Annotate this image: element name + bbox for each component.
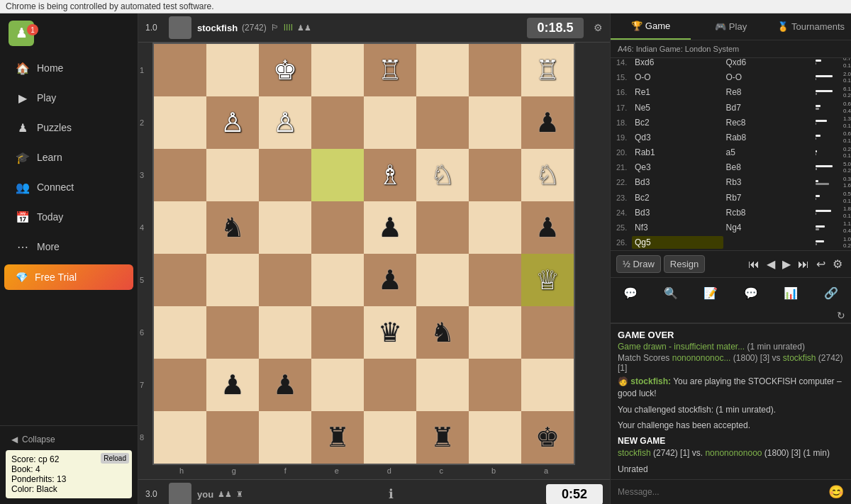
cell-c5[interactable] [259,201,311,254]
cell-d2[interactable] [311,359,364,411]
sidebar-item-play[interactable]: ▶ Play [4,84,133,112]
cell-h1[interactable]: ♚ [521,411,574,464]
cell-g7[interactable] [469,96,521,149]
cell-a6[interactable] [154,149,206,201]
cell-c8[interactable]: ♚ [259,44,311,96]
sidebar-item-connect[interactable]: 👥 Connect [4,173,133,201]
resign-button[interactable]: Resign [664,255,705,273]
chat-icon-button[interactable]: 💬 [611,281,651,306]
chart-icon-button[interactable]: 📊 [771,281,811,306]
move-black[interactable]: Rb3 [723,176,815,189]
move-white[interactable]: Bc2 [632,116,723,129]
refresh-icon[interactable]: ↻ [837,310,845,321]
cell-b2[interactable]: ♟ [206,359,259,411]
cell-c3[interactable] [259,306,311,359]
cell-h2[interactable] [521,359,574,411]
cell-f5[interactable] [416,201,469,254]
message-input[interactable] [618,487,828,497]
move-white[interactable]: Bc2 [632,191,723,204]
cell-a8[interactable] [154,44,206,96]
cell-a7[interactable] [154,96,206,149]
cell-f1[interactable]: ♜ [416,411,469,464]
cell-c4[interactable] [259,254,311,306]
cell-b5[interactable]: ♞ [206,201,259,254]
last-move-button[interactable]: ⏭ [795,256,812,272]
cell-g6[interactable] [469,149,521,201]
cell-c6[interactable] [259,149,311,201]
move-white[interactable]: Bxd6 [632,58,723,69]
cell-b6[interactable] [206,149,259,201]
stockfish-link[interactable]: stockfish [618,448,651,458]
cell-g3[interactable] [469,306,521,359]
move-white[interactable]: Nf3 [632,221,723,234]
cell-e7[interactable] [364,96,416,149]
cell-a1[interactable] [154,411,206,464]
move-black[interactable]: Ng4 [723,221,815,234]
move-black[interactable]: Rb7 [723,191,815,204]
next-move-button[interactable]: ▶ [779,256,794,272]
move-black[interactable]: Rec8 [723,116,815,129]
reload-button[interactable]: Reload [101,453,129,464]
move-black[interactable]: Bd7 [723,101,815,114]
cell-e2[interactable] [364,359,416,411]
move-black[interactable]: Be8 [723,161,815,174]
player2-link[interactable]: stockfish [783,353,816,363]
cell-a4[interactable] [154,254,206,306]
player1-link[interactable]: nononononoc... [672,353,731,363]
cell-d7[interactable] [311,96,364,149]
info-icon[interactable]: ℹ [389,486,394,502]
move-black[interactable]: Rcb8 [723,206,815,219]
cell-h3[interactable] [521,306,574,359]
cell-a5[interactable] [154,201,206,254]
cell-f3[interactable]: ♞ [416,306,469,359]
prev-move-button[interactable]: ◀ [764,256,778,272]
replay-button[interactable]: ↩ [813,256,828,272]
cell-e6[interactable]: ♗ [364,149,416,201]
move-black[interactable]: Re8 [723,86,815,99]
sidebar-item-today[interactable]: 📅 Today [4,203,133,231]
chess-board[interactable]: ♚ ♖ ♖ ♙ ♙ ♟ [152,43,575,465]
send-icon[interactable]: 😊 [828,484,844,500]
move-white[interactable]: Bd3 [632,176,723,189]
cell-e8[interactable]: ♖ [364,44,416,96]
move-white[interactable]: Qd3 [632,131,723,144]
notes-icon-button[interactable]: 📝 [691,281,731,306]
cell-b1[interactable] [206,411,259,464]
cell-d6[interactable] [311,149,364,201]
cell-c2[interactable]: ♟ [259,359,311,411]
cell-g5[interactable] [469,201,521,254]
cell-b4[interactable] [206,254,259,306]
cell-h8[interactable]: ♖ [521,44,574,96]
cell-e3[interactable]: ♛ [364,306,416,359]
analysis-icon-button[interactable]: 🔍 [651,281,691,306]
tab-play[interactable]: 🎮 Play [691,13,771,40]
sidebar-item-puzzles[interactable]: ♟ Puzzles [4,113,133,142]
sidebar-item-learn[interactable]: 🎓 Learn [4,143,133,172]
move-white[interactable]: Qg5 [632,236,723,249]
board-settings-button[interactable]: ⚙ [830,256,845,272]
cell-h5[interactable]: ♟ [521,201,574,254]
move-white[interactable]: Qe3 [632,161,723,174]
cell-d1[interactable]: ♜ [311,411,364,464]
cell-g2[interactable] [469,359,521,411]
cell-f4[interactable] [416,254,469,306]
cell-b7[interactable]: ♙ [206,96,259,149]
move-black[interactable]: Rab8 [723,131,815,144]
move-black[interactable]: a5 [723,146,815,159]
cell-g4[interactable] [469,254,521,306]
tab-tournaments[interactable]: 🏅 Tournaments [771,13,851,40]
cell-g8[interactable] [469,44,521,96]
move-white[interactable]: Bd3 [632,206,723,219]
cell-c7[interactable]: ♙ [259,96,311,149]
move-black[interactable]: O-O [723,71,815,84]
tab-game[interactable]: 🏆 Game [611,13,691,40]
first-move-button[interactable]: ⏮ [745,256,762,272]
cell-f6[interactable]: ♘ [416,149,469,201]
sidebar-item-free-trial[interactable]: 💎 Free Trial [4,264,133,290]
collapse-button[interactable]: ◀ Collapse [6,432,132,447]
cell-d3[interactable] [311,306,364,359]
cell-a2[interactable] [154,359,206,411]
cell-d4[interactable] [311,254,364,306]
move-white[interactable]: Ne5 [632,101,723,114]
move-white[interactable]: Re1 [632,86,723,99]
